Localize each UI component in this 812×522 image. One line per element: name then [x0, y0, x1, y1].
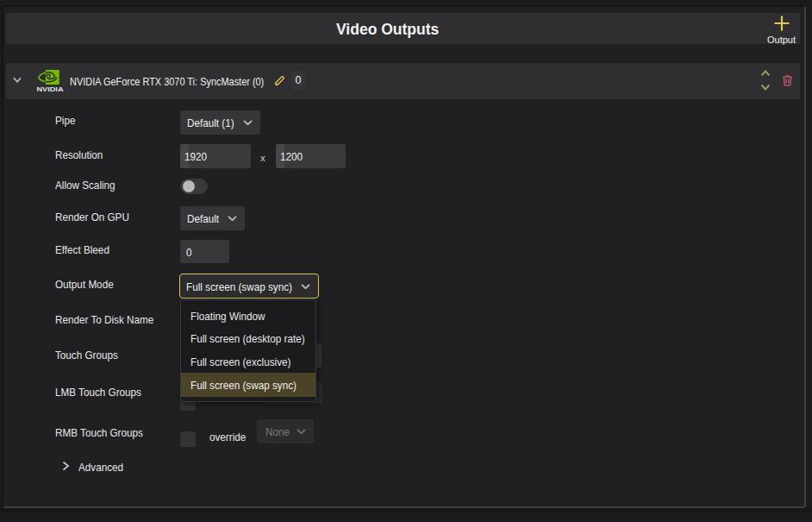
svg-text:NVIDIA: NVIDIA: [37, 85, 64, 93]
